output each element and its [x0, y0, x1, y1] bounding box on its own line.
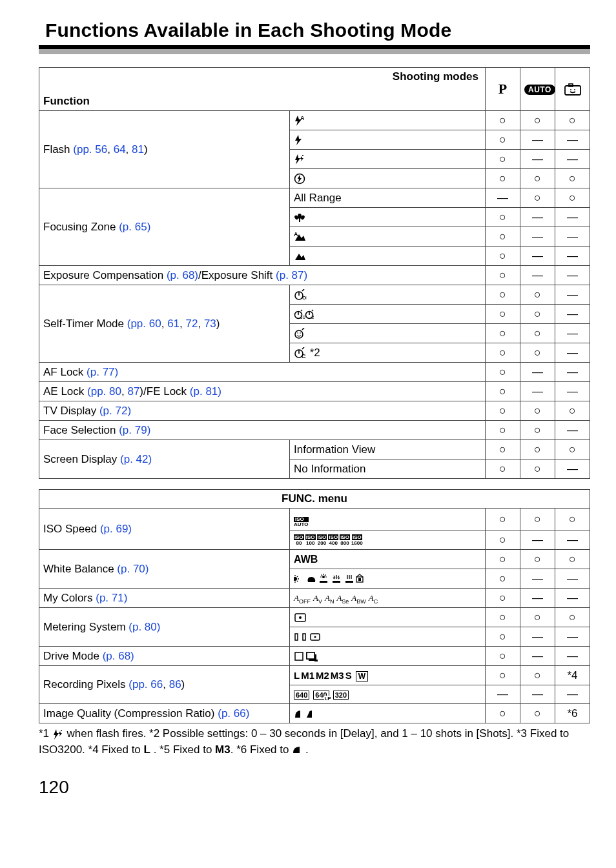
availability-cell: —: [520, 589, 555, 608]
svg-line-29: [297, 581, 298, 581]
availability-cell: ○: [486, 704, 520, 723]
function-row: TV Display (p. 72): [39, 401, 486, 421]
option-cell: All Range: [290, 188, 486, 208]
availability-cell: ○: [486, 363, 520, 382]
function-row: Drive Mode (p. 68): [39, 647, 290, 666]
availability-cell: —: [555, 285, 590, 305]
availability-cell: —: [520, 382, 555, 401]
svg-rect-10: [299, 218, 300, 222]
svg-point-2: [570, 89, 571, 90]
option-cell: [290, 569, 486, 589]
svg-point-5: [302, 155, 303, 156]
availability-cell: ○: [486, 227, 520, 247]
function-row: Recording Pixels (pp. 66, 86): [39, 666, 290, 704]
availability-cell: ○: [520, 459, 555, 479]
option-cell: Information View: [290, 440, 486, 459]
svg-point-7: [298, 214, 302, 219]
availability-cell: ○: [520, 550, 555, 569]
availability-cell: ○: [520, 704, 555, 723]
function-row: My Colors (p. 71): [39, 589, 290, 608]
availability-cell: ○: [555, 608, 590, 627]
availability-cell: —: [520, 150, 555, 169]
availability-cell: ○: [486, 440, 520, 459]
availability-cell: ○: [520, 509, 555, 530]
svg-text:A: A: [294, 232, 298, 237]
availability-cell: ○: [520, 608, 555, 627]
availability-cell: ○: [486, 509, 520, 530]
availability-cell: —: [555, 266, 590, 285]
svg-rect-54: [303, 634, 305, 640]
svg-point-23: [294, 577, 297, 581]
svg-point-19: [297, 332, 298, 334]
availability-cell: ○: [520, 666, 555, 685]
availability-cell: ○: [486, 266, 520, 285]
function-row: ISO Speed (p. 69): [39, 509, 290, 550]
option-cell: A: [290, 227, 486, 247]
option-cell: [290, 608, 486, 627]
availability-cell: ○: [486, 382, 520, 401]
availability-cell: ○: [486, 208, 520, 227]
svg-rect-48: [345, 581, 353, 583]
function-row: AE Lock (pp. 80, 87)/FE Lock (p. 81): [39, 382, 486, 401]
availability-cell: —: [555, 208, 590, 227]
option-cell: 640 640LP 320: [290, 685, 486, 704]
availability-cell: ○: [555, 550, 590, 569]
availability-cell: —: [520, 530, 555, 550]
availability-cell: —: [520, 647, 555, 666]
option-cell: 102: [290, 305, 486, 324]
availability-cell: ○: [486, 130, 520, 150]
availability-cell: ○: [555, 509, 590, 530]
availability-cell: ○: [486, 647, 520, 666]
svg-point-18: [295, 330, 303, 338]
option-cell: [290, 647, 486, 666]
svg-point-32: [322, 576, 325, 578]
availability-cell: ○: [520, 343, 555, 363]
availability-cell: —: [555, 130, 590, 150]
availability-cell: ○: [555, 440, 590, 459]
availability-cell: —: [555, 247, 590, 266]
availability-cell: —: [486, 685, 520, 704]
mode-col-auto: AUTO: [520, 68, 555, 111]
availability-cell: ○: [520, 285, 555, 305]
svg-text:2: 2: [311, 314, 314, 320]
svg-text:10: 10: [300, 314, 305, 320]
svg-rect-38: [320, 581, 327, 583]
mode-col-easy: [555, 68, 590, 111]
availability-cell: ○: [486, 150, 520, 169]
availability-cell: ○: [486, 666, 520, 685]
availability-cell: —: [555, 569, 590, 589]
availability-cell: —: [486, 188, 520, 208]
availability-cell: —: [520, 208, 555, 227]
availability-cell: ○: [486, 530, 520, 550]
availability-cell: ○: [486, 169, 520, 188]
mode-col-p: P: [486, 68, 520, 111]
availability-cell: —: [520, 627, 555, 647]
svg-rect-60: [307, 652, 314, 659]
svg-rect-44: [333, 581, 340, 583]
availability-cell: ○: [486, 324, 520, 343]
availability-cell: —: [555, 150, 590, 169]
option-cell: [290, 208, 486, 227]
availability-cell: ○: [486, 285, 520, 305]
option-cell: [290, 627, 486, 647]
option-cell: [290, 169, 486, 188]
option-cell: ISOAUTO: [290, 509, 486, 530]
availability-cell: —: [555, 305, 590, 324]
page-number: 120: [39, 777, 590, 798]
availability-cell: ○: [486, 305, 520, 324]
option-cell: A: [290, 111, 486, 130]
availability-cell: ○: [486, 550, 520, 569]
header-function: Function: [39, 83, 485, 110]
function-row: Face Selection (p. 79): [39, 421, 486, 440]
svg-point-52: [299, 616, 302, 619]
option-cell: AOFFAVANASeABWAC: [290, 589, 486, 608]
availability-cell: —: [555, 324, 590, 343]
availability-cell: ○: [520, 324, 555, 343]
availability-cell: ○: [486, 401, 520, 421]
option-cell: ISO80ISO100ISO200ISO400ISO800ISO1600: [290, 530, 486, 550]
availability-cell: —: [555, 685, 590, 704]
function-row: Self-Timer Mode (pp. 60, 61, 72, 73): [39, 285, 290, 363]
svg-rect-0: [565, 86, 580, 95]
availability-cell: ○: [555, 111, 590, 130]
availability-cell: —: [555, 343, 590, 363]
